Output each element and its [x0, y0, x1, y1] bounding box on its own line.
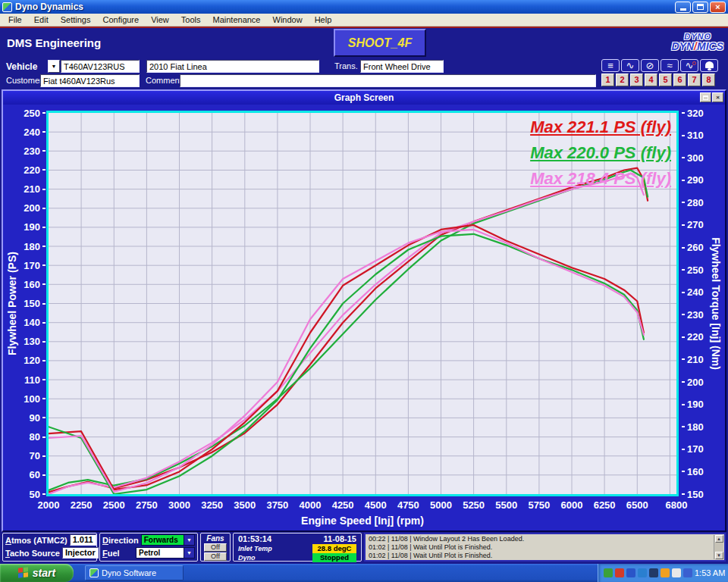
scheduler-icon[interactable] [649, 568, 658, 577]
update-icon[interactable] [626, 568, 635, 577]
close-icon: × [715, 3, 720, 11]
y-left-tick-70: 70 [9, 450, 46, 462]
graph-window-title: Graph Screen [334, 92, 394, 103]
scroll-up-icon[interactable]: ▲ [715, 535, 723, 543]
graph-window-titlebar[interactable]: Graph Screen × [3, 91, 725, 105]
graph-close-icon: × [716, 95, 720, 101]
dyno-app-icon[interactable] [683, 568, 692, 577]
menu-item-configure[interactable]: Configure [96, 14, 145, 26]
curve-marker-icon[interactable]: ∿ [680, 59, 698, 72]
graph-window: Graph Screen × Flywheel Power (PS) Flywh… [2, 89, 726, 532]
preset-name-button[interactable]: SHOOT_4F [334, 29, 426, 57]
atmos-value-field[interactable]: 1.011 [70, 534, 96, 546]
fuel-label: Fuel [102, 549, 120, 558]
vehicle-id-field[interactable]: T460AV123RUS [61, 60, 140, 73]
fans-panel: Fans OffOff [200, 533, 231, 562]
start-button[interactable]: start [0, 564, 74, 582]
graph-close-button[interactable]: × [712, 92, 723, 102]
preset-button-1[interactable]: 1 [601, 74, 614, 86]
menu-item-edit[interactable]: Edit [28, 14, 55, 26]
y-right-tick-310: 310 [682, 130, 721, 142]
fan-2-off-button[interactable]: Off [204, 552, 227, 561]
menu-item-window[interactable]: Window [267, 14, 309, 26]
fuel-select[interactable]: Petrol ▼ [136, 547, 195, 559]
y-left-tick-100: 100 [9, 393, 46, 405]
start-label: start [33, 567, 55, 579]
overlay-curves-icon[interactable]: ≈ [661, 59, 679, 72]
minimize-button[interactable] [675, 2, 691, 13]
vehicle-desc-field[interactable]: 2010 Fiat Linea [146, 60, 319, 73]
log-line-1: 01:02 | 11/08 | Wait Until Plot is Finis… [369, 543, 712, 552]
single-curve-icon-glyph: ∿ [626, 61, 635, 70]
menu-item-tools[interactable]: Tools [175, 14, 207, 26]
graph-restore-button[interactable] [700, 92, 711, 102]
restore-button[interactable] [692, 2, 708, 13]
dyno-dynamics-logo: DYNO DYN/MICS [672, 32, 723, 52]
menu-item-file[interactable]: File [2, 14, 28, 26]
direction-value: Forwards [142, 535, 184, 545]
trans-field[interactable]: Front Wheel Drive [360, 60, 444, 73]
preset-button-5[interactable]: 5 [659, 74, 672, 86]
status-log[interactable]: ▲ ▼ 00:22 | 11/08 | Window Layout 2 Has … [364, 533, 726, 562]
legend-entry-0: Max 221.1 PS (fly) [530, 114, 671, 140]
scroll-down-icon[interactable]: ▼ [715, 552, 723, 559]
log-scrollbar[interactable]: ▲ ▼ [714, 535, 723, 559]
status-date: 11-08-15 [324, 534, 356, 543]
direction-chevron-down-icon[interactable]: ▼ [184, 535, 194, 545]
comment-label: Comment [146, 76, 182, 85]
y-right-tick-220: 220 [682, 331, 721, 343]
power-meter-icon[interactable] [672, 568, 681, 577]
security-shield-icon[interactable] [615, 568, 624, 577]
fans-buttons: OffOff [201, 543, 230, 561]
run-list-icon[interactable]: ≡ [601, 59, 620, 72]
tray-icons [604, 568, 692, 577]
y-right-tick-270: 270 [682, 219, 721, 231]
volume-icon[interactable] [661, 568, 670, 577]
overlay-curves-icon-glyph: ≈ [667, 61, 672, 70]
menu-item-view[interactable]: View [145, 14, 175, 26]
y-left-tick-170: 170 [9, 259, 46, 271]
vehicle-label: Vehicle [6, 61, 37, 72]
y-right-tick-180: 180 [682, 421, 721, 433]
dyno-status-panel: 01:53:14 11-08-15 Inlet Temp 28.8 degC D… [233, 533, 362, 562]
y-left-tick-110: 110 [9, 374, 46, 386]
y-right-tick-160: 160 [682, 465, 721, 477]
menu-item-maintenance[interactable]: Maintenance [207, 14, 267, 26]
inlet-temp-value: 28.8 degC [312, 544, 356, 553]
fuel-chevron-down-icon[interactable]: ▼ [184, 548, 194, 558]
trans-label: Trans. [334, 61, 358, 70]
plot-area[interactable]: Max 221.1 PS (fly)Max 220.0 PS (fly)Max … [46, 111, 679, 496]
customer-label: Customer [6, 76, 42, 85]
customer-field[interactable]: Fiat t460AV123Rus [40, 74, 140, 87]
preset-button-2[interactable]: 2 [616, 74, 629, 86]
y-left-tick-160: 160 [9, 278, 46, 290]
preset-button-3[interactable]: 3 [630, 74, 643, 86]
comment-field[interactable] [180, 74, 596, 87]
hardware-safely-remove-icon[interactable] [604, 568, 613, 577]
gauge-icon[interactable]: ⊘ [641, 59, 659, 72]
preset-button-8[interactable]: 8 [702, 74, 715, 86]
y-left-tick-190: 190 [9, 221, 46, 233]
vehicle-dropdown-button[interactable]: ▼ [48, 60, 60, 73]
y-left-tick-210: 210 [9, 183, 46, 196]
single-curve-icon[interactable]: ∿ [621, 59, 639, 72]
preset-button-4[interactable]: 4 [645, 74, 657, 86]
close-button[interactable]: × [710, 2, 726, 13]
menu-item-help[interactable]: Help [309, 14, 338, 26]
menu-item-settings[interactable]: Settings [55, 14, 97, 26]
direction-row: Direction Forwards ▼ [100, 534, 197, 546]
preset-button-7[interactable]: 7 [688, 74, 701, 86]
taskbar-item-dyno-software[interactable]: Dyno Software [85, 565, 184, 580]
network-icon[interactable] [638, 568, 647, 577]
curve-run-2-power [49, 171, 648, 491]
y-left-tick-230: 230 [9, 145, 46, 157]
y-right-tick-150: 150 [682, 488, 721, 500]
direction-select[interactable]: Forwards ▼ [141, 534, 195, 546]
tacho-source-field[interactable]: Injector [62, 547, 99, 559]
preset-button-6[interactable]: 6 [673, 74, 686, 86]
alarm-bell-icon[interactable] [700, 59, 718, 72]
fan-1-off-button[interactable]: Off [204, 543, 227, 552]
y-left-tick-140: 140 [9, 317, 46, 329]
tray-clock[interactable]: 1:53 AM [695, 568, 725, 577]
y-right-tick-200: 200 [682, 376, 721, 388]
